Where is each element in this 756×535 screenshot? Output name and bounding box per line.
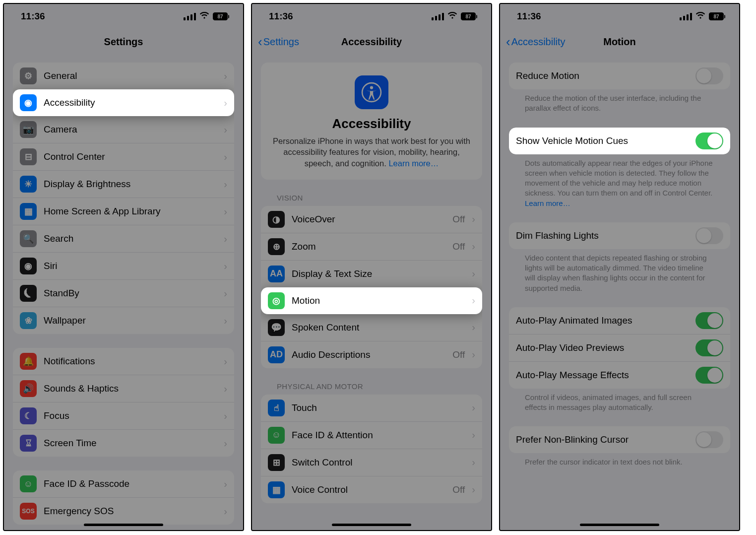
toggle-switch[interactable] [695,133,723,149]
row-detail: Off [452,214,465,225]
chevron-right-icon: › [472,322,475,333]
row-zoom[interactable]: ⊕ZoomOff› [261,233,482,260]
cellular-icon [680,13,692,20]
standby-icon: ⏾ [20,285,37,302]
row-label: Search [44,233,217,244]
row-label: Auto-Play Message Effects [516,370,689,381]
chevron-right-icon: › [472,241,475,252]
status-time: 11:36 [517,11,541,22]
row-label: Auto-Play Video Previews [516,342,689,353]
row-label: Spoken Content [292,322,465,333]
row-general[interactable]: ⚙︎General› [13,63,234,89]
home-indicator[interactable] [580,524,659,526]
learn-more-link[interactable]: Learn more… [525,199,570,207]
row-switch-control[interactable]: ⊞Switch Control› [261,449,482,476]
row-auto-play-animated-images[interactable]: Auto-Play Animated Images [509,307,730,334]
footer-text: Prefer the cursor indicator in text does… [509,453,730,467]
nav-bar: ‹ Accessibility Motion [500,29,739,55]
row-label: General [44,70,217,81]
bright-icon: ☀︎ [20,176,37,193]
battery-icon: 87 [709,12,725,20]
row-label: Voice Control [292,484,445,495]
row-reduce-motion[interactable]: Reduce Motion [509,63,730,89]
chevron-right-icon: › [224,383,227,395]
settings-group: 🔔Notifications›🔊Sounds & Haptics›☾Focus›… [13,348,234,457]
row-audio-descriptions[interactable]: ADAudio DescriptionsOff› [261,341,482,368]
footer-text: Dots automatically appear near the edges… [509,154,730,208]
row-auto-play-message-effects[interactable]: Auto-Play Message Effects [509,361,730,389]
row-show-vehicle-motion-cues[interactable]: Show Vehicle Motion Cues [509,128,730,154]
row-display-text-size[interactable]: AADisplay & Text Size› [261,260,482,287]
toggle-switch[interactable] [695,431,723,448]
toggle-switch[interactable] [695,67,723,84]
settings-group: ⚙︎General›◉Accessibility›📷Camera›⊟Contro… [13,63,234,334]
row-voice-control[interactable]: ▦Voice ControlOff› [261,476,482,503]
status-bar: 11:36 87 [252,4,491,29]
sos-icon: SOS [20,503,37,520]
row-label: Focus [44,410,217,421]
chevron-right-icon: › [224,97,227,109]
row-screen-time[interactable]: ⌛︎Screen Time› [13,429,234,457]
chevron-right-icon: › [472,484,475,495]
row-emergency-sos[interactable]: SOSEmergency SOS› [13,497,234,525]
chevron-right-icon: › [224,206,227,217]
row-dim-flashing-lights[interactable]: Dim Flashing Lights [509,222,730,249]
hero-text: Personalize iPhone in ways that work bes… [272,135,471,169]
row-wallpaper[interactable]: ❀Wallpaper› [13,307,234,334]
row-camera[interactable]: 📷Camera› [13,116,234,143]
settings-group: ☺︎Face ID & Passcode›SOSEmergency SOS› [13,470,234,525]
row-accessibility[interactable]: ◉Accessibility› [13,89,234,116]
page-title: Accessibility [252,36,491,48]
row-motion[interactable]: ◎Motion› [261,287,482,314]
row-label: Siri [44,261,217,271]
row-display-brightness[interactable]: ☀︎Display & Brightness› [13,170,234,198]
row-label: Touch [292,402,465,413]
row-siri[interactable]: ◉Siri› [13,252,234,279]
row-sounds-haptics[interactable]: 🔊Sounds & Haptics› [13,375,234,402]
home-indicator[interactable] [84,524,163,526]
row-auto-play-video-previews[interactable]: Auto-Play Video Previews [509,334,730,361]
chevron-right-icon: › [472,349,475,360]
chevron-right-icon: › [224,179,227,190]
row-face-id-passcode[interactable]: ☺︎Face ID & Passcode› [13,470,234,497]
row-prefer-non-blinking-cursor[interactable]: Prefer Non-Blinking Cursor [509,426,730,453]
row-home-screen-app-library[interactable]: ▦Home Screen & App Library› [13,198,234,225]
learn-more-link[interactable]: Learn more… [388,159,439,168]
nav-bar: Settings [4,29,243,55]
toggle-switch[interactable] [695,367,723,384]
footer-text: Control if videos, animated images, and … [509,389,730,413]
toggle-switch[interactable] [695,339,723,356]
row-face-id-attention[interactable]: ☺︎Face ID & Attention› [261,421,482,449]
section-group: ◑VoiceOverOff›⊕ZoomOff›AADisplay & Text … [261,206,482,368]
chevron-right-icon: › [472,402,475,413]
row-label: Accessibility [44,97,217,108]
row-detail: Off [452,349,465,360]
touch-icon: ☝︎ [268,400,285,416]
search-icon: 🔍 [20,230,37,247]
row-notifications[interactable]: 🔔Notifications› [13,348,234,375]
page-title: Settings [4,36,243,48]
wifi-icon [447,11,457,22]
focus-icon: ☾ [20,407,37,424]
toggle-switch[interactable] [695,312,723,329]
row-spoken-content[interactable]: 💬Spoken Content› [261,314,482,341]
gear-icon: ⚙︎ [20,67,37,84]
row-search[interactable]: 🔍Search› [13,225,234,252]
row-voiceover[interactable]: ◑VoiceOverOff› [261,206,482,233]
toggle-switch[interactable] [695,227,723,244]
switch-icon: ⊞ [268,454,285,471]
home-indicator[interactable] [332,524,411,526]
row-label: Prefer Non-Blinking Cursor [516,434,689,445]
cellular-icon [184,13,196,20]
chevron-right-icon: › [472,457,475,468]
row-focus[interactable]: ☾Focus› [13,402,234,429]
spoken-icon: 💬 [268,319,285,336]
row-standby[interactable]: ⏾StandBy› [13,279,234,307]
chevron-right-icon: › [224,438,227,449]
chevron-right-icon: › [472,295,475,306]
row-touch[interactable]: ☝︎Touch› [261,395,482,421]
page-title: Motion [500,36,739,48]
chevron-right-icon: › [472,429,475,441]
row-label: Show Vehicle Motion Cues [516,135,689,146]
row-control-center[interactable]: ⊟Control Center› [13,143,234,170]
